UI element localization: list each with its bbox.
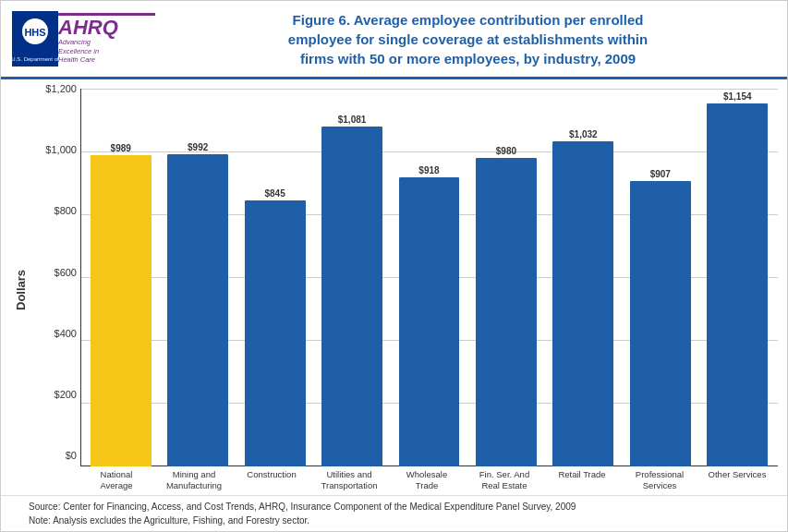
bar-value-0: $989 [111, 143, 131, 153]
main-container: HHS U.S. Department of AHRQ Advancing Ex… [0, 0, 788, 532]
bar-group-2: $845 [239, 89, 310, 466]
y-label-1200: $1,200 [34, 83, 80, 94]
svg-text:U.S. Department of: U.S. Department of [12, 56, 58, 62]
y-label-1000: $1,000 [34, 144, 80, 155]
chart-title: Figure 6. Average employee contribution … [169, 10, 767, 68]
bar-value-2: $845 [264, 188, 285, 199]
x-label-0: NationalAverage [80, 469, 152, 490]
x-label-1: Mining andManufacturing [158, 469, 230, 490]
bar-value-6: $1,032 [569, 129, 598, 139]
footer: Source: Center for Financing, Access, an… [1, 495, 787, 531]
x-label-7: ProfessionalServices [624, 469, 696, 490]
bar-value-8: $1,154 [723, 91, 752, 102]
bar-1 [167, 154, 228, 466]
x-label-8: Other Services [701, 469, 773, 490]
x-labels: NationalAverageMining andManufacturingCo… [34, 469, 778, 490]
bar-0 [91, 155, 152, 466]
chart-inner: $1,200 $1,000 $800 $600 $400 $200 $0 [34, 89, 778, 490]
logo-area: HHS U.S. Department of AHRQ Advancing Ex… [12, 11, 160, 66]
bar-group-4: $918 [394, 89, 465, 466]
bar-group-7: $907 [624, 89, 696, 466]
ahrq-logo: AHRQ Advancing Excellence in Health Care [58, 11, 155, 66]
bar-5 [476, 158, 537, 466]
y-labels: $1,200 $1,000 $800 $600 $400 $200 $0 [34, 89, 80, 466]
bar-value-1: $992 [188, 142, 208, 152]
y-label-600: $600 [34, 267, 80, 278]
bar-group-6: $1,032 [548, 89, 619, 466]
x-label-4: WholesaleTrade [391, 469, 463, 490]
y-label-800: $800 [34, 205, 80, 216]
ahrq-tagline: Advancing Excellence in Health Care [58, 38, 99, 65]
x-label-6: Retail Trade [546, 469, 618, 490]
chart-body: Dollars $1,200 $1,000 $800 $600 $400 $20… [1, 79, 787, 495]
chart-area: Dollars $1,200 $1,000 $800 $600 $400 $20… [10, 89, 778, 490]
hhs-logo: HHS U.S. Department of [12, 11, 58, 66]
bar-value-7: $907 [650, 169, 671, 179]
bar-value-3: $1,081 [338, 115, 367, 125]
x-label-5: Fin. Ser. AndReal Estate [468, 469, 540, 490]
bar-value-5: $980 [496, 146, 516, 156]
x-label-3: Utilities andTransportation [313, 469, 385, 490]
header: HHS U.S. Department of AHRQ Advancing Ex… [1, 1, 787, 79]
source-text: Source: Center for Financing, Access, an… [29, 500, 778, 514]
bar-7 [630, 181, 691, 466]
bar-2 [245, 200, 306, 466]
y-axis-label: Dollars [10, 89, 30, 490]
y-label-200: $200 [34, 389, 80, 400]
bar-group-3: $1,081 [316, 89, 387, 466]
chart-plot: $1,200 $1,000 $800 $600 $400 $200 $0 [34, 89, 778, 466]
note-text: Note: Analysis excludes the Agriculture,… [29, 514, 778, 527]
bar-6 [552, 141, 613, 466]
ahrq-logo-text: AHRQ [58, 18, 118, 38]
chart-title-area: Figure 6. Average employee contribution … [160, 10, 776, 68]
bar-4 [399, 177, 460, 466]
bars-container: $989$992$845$1,081$918$980$1,032$907$1,1… [80, 89, 778, 466]
x-label-2: Construction [236, 469, 308, 490]
bar-8 [707, 103, 768, 467]
bar-group-1: $992 [162, 89, 233, 466]
y-label-0: $0 [34, 450, 80, 461]
y-label-400: $400 [34, 328, 80, 339]
bar-group-0: $989 [85, 89, 156, 466]
bar-3 [321, 127, 382, 467]
svg-text:HHS: HHS [24, 27, 45, 38]
bar-value-4: $918 [418, 165, 439, 175]
bar-group-8: $1,154 [702, 89, 773, 466]
bar-group-5: $980 [470, 89, 541, 466]
